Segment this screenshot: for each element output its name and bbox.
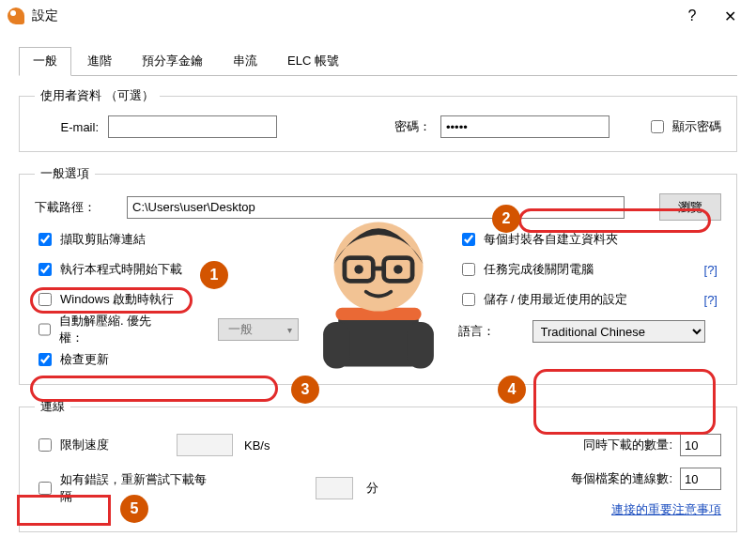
create-folder-checkbox[interactable] [462,233,475,246]
save-recent-settings-label: 儲存 / 使用最近使用的設定 [484,291,628,308]
auto-extract-checkbox[interactable] [39,323,51,336]
download-path-field[interactable] [127,196,625,219]
annotation-5-circle: 5 [120,495,148,523]
check-updates-checkbox[interactable] [39,353,52,366]
email-label: E-mail: [35,120,99,134]
password-field[interactable] [440,115,609,138]
annotation-1-circle: 1 [200,261,228,289]
chevron-down-icon: ▾ [287,325,292,335]
shutdown-label: 任務完成後關閉電腦 [484,261,594,278]
user-info-legend: 使用者資料 （可選） [35,87,160,104]
tabstrip: 一般 進階 預分享金鑰 串流 ELC 帳號 [19,47,737,76]
tab-elc[interactable]: ELC 帳號 [273,47,353,76]
connection-notes-link[interactable]: 連接的重要注意事項 [611,501,721,518]
connections-per-file-field[interactable] [680,468,721,490]
auto-extract-label: 自動解壓縮. 優先權： [59,313,166,346]
browse-button[interactable]: 瀏覽 [659,193,721,221]
help-button[interactable]: ? [673,2,711,30]
create-folder-label: 每個封裝各自建立資料夾 [484,231,618,248]
tab-advanced[interactable]: 進階 [73,47,126,76]
priority-select[interactable]: 一般 ▾ [218,318,299,341]
connections-per-file-label: 每個檔案的連線數: [571,470,672,487]
retry-checkbox[interactable] [39,482,52,495]
concurrent-downloads-label: 同時下載的數量: [583,437,672,453]
limit-speed-unit: KB/s [244,438,270,453]
show-password-checkbox[interactable] [651,120,664,133]
close-button[interactable]: ✕ [711,2,748,30]
limit-speed-label: 限制速度 [60,437,109,453]
run-on-windows-start-label: Windows 啟動時執行 [60,291,174,308]
limit-speed-checkbox[interactable] [39,438,52,452]
annotation-2-circle: 2 [492,205,520,233]
annotation-3-circle: 3 [291,376,319,404]
show-password-label: 顯示密碼 [672,118,721,135]
retry-field[interactable] [316,477,352,499]
retry-unit: 分 [366,480,378,497]
limit-speed-field[interactable] [177,434,233,456]
start-on-launch-label: 執行本程式時開始下載 [60,261,182,278]
download-path-label: 下載路徑： [35,199,116,216]
concurrent-downloads-field[interactable] [680,434,721,456]
language-select[interactable]: Traditional Chinese [532,320,705,343]
general-options-legend: 一般選項 [35,165,95,182]
password-label: 密碼： [394,118,431,135]
save-recent-settings-checkbox[interactable] [462,293,475,306]
tab-preshare[interactable]: 預分享金鑰 [128,47,217,76]
help-icon[interactable]: [?] [701,293,721,307]
shutdown-checkbox[interactable] [462,263,475,276]
help-icon[interactable]: [?] [701,263,721,277]
window-title: 設定 [32,8,673,24]
capture-clipboard-label: 擷取剪貼簿連結 [60,231,146,248]
start-on-launch-checkbox[interactable] [39,263,52,276]
capture-clipboard-checkbox[interactable] [39,233,52,246]
app-icon [8,8,24,24]
check-updates-label: 檢查更新 [60,351,109,368]
tab-stream[interactable]: 串流 [219,47,271,76]
connection-legend: 連線 [35,398,70,415]
language-label: 語言： [458,323,495,340]
annotation-4-circle: 4 [498,376,526,404]
priority-selected: 一般 [228,321,253,338]
run-on-windows-start-checkbox[interactable] [39,293,52,306]
email-field[interactable] [108,115,277,138]
tab-general[interactable]: 一般 [19,47,71,76]
